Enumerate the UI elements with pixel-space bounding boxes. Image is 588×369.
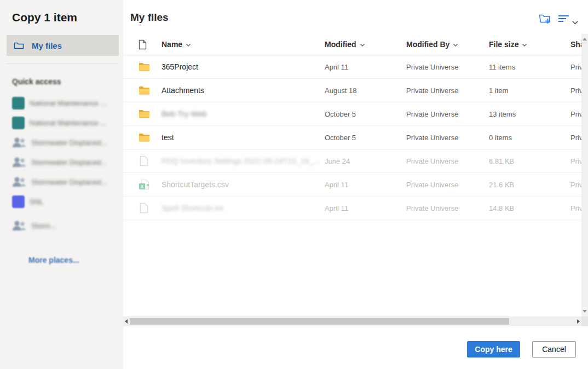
folder-icon (139, 62, 150, 72)
column-header[interactable]: Modified By (406, 40, 458, 49)
scroll-left-arrow-icon[interactable] (125, 319, 128, 324)
column-label: Modified By (406, 40, 449, 49)
item-sharing: Private (570, 110, 581, 118)
table-row: a X Spell Shortcuts.txt April 11 Private… (123, 197, 581, 220)
item-modified-by: Private Universe (406, 157, 458, 165)
chevron-down-icon[interactable] (572, 17, 578, 27)
column-header[interactable]: Sharing (570, 40, 581, 49)
item-modified-by: Private Universe (406, 63, 458, 71)
item-size: 21.6 KB (489, 181, 514, 189)
scroll-down-arrow-icon[interactable] (583, 310, 587, 313)
site-tile-icon (12, 97, 25, 109)
copy-item-dialog: Copy 1 item My files Quick access Nation… (0, 0, 588, 369)
item-type-icon: a X (138, 133, 150, 142)
new-folder-icon[interactable] (539, 13, 551, 26)
vertical-scrollbar[interactable] (581, 34, 588, 316)
column-label: Sharing (570, 40, 581, 49)
document-type-column-icon (139, 39, 147, 52)
column-label: File size (489, 40, 518, 49)
people-group-icon (12, 156, 26, 168)
current-folder-title: My files (130, 11, 169, 24)
folder-icon (139, 109, 150, 119)
sort-view-icon[interactable] (558, 15, 569, 25)
folder-outline-icon (14, 41, 24, 50)
table-row: a X ShortcutTargets.csv April 11 Private… (123, 173, 581, 197)
quick-access-item[interactable]: SNL (0, 192, 123, 211)
copy-here-button[interactable]: Copy here (467, 341, 520, 358)
table-row: a X PDQ Inventory Settings 2022-06-24T15… (123, 149, 581, 173)
sidebar: Copy 1 item My files Quick access Nation… (0, 0, 123, 369)
item-sharing: Private (570, 204, 581, 212)
item-size: 14.8 KB (489, 204, 514, 212)
item-size: 6.81 KB (489, 157, 514, 165)
item-modified: August 18 (325, 87, 357, 95)
item-size: 0 items (489, 134, 512, 142)
quick-access-item[interactable]: Stormwater Displaced... (0, 132, 123, 152)
quick-access-item-label: National Maintenance ... (30, 119, 106, 127)
main-panel: My files (123, 0, 588, 369)
item-modified-by: Private Universe (406, 87, 458, 95)
column-label: Name (162, 40, 182, 49)
item-modified: June 24 (325, 157, 350, 165)
quick-access-item-label: Storm... (31, 222, 56, 230)
csv-file-icon: a X (139, 179, 149, 190)
quick-access-item-label: Stormwater Displaced... (31, 178, 107, 186)
quick-access-item[interactable]: National Maintenance ... (0, 93, 123, 113)
svg-text:X: X (140, 184, 143, 189)
quick-access-item[interactable]: National Maintenance ... (0, 113, 123, 132)
quick-access-item[interactable]: Stormwater Displaced... (0, 172, 123, 192)
column-label: Modified (325, 40, 356, 49)
column-header[interactable]: Modified (325, 40, 365, 49)
item-type-icon: a X (138, 86, 150, 95)
table-row[interactable]: a X Beb-Try-Web October 5 Private Univer… (123, 102, 581, 126)
sidebar-item-label: My files (32, 41, 62, 50)
people-group-icon (12, 220, 26, 232)
item-type-icon: a X (138, 62, 150, 72)
more-places-link[interactable]: More places... (28, 256, 79, 264)
item-size: 1 item (489, 87, 508, 95)
quick-access-item-label: Stormwater Displaced... (31, 139, 107, 147)
item-modified: October 5 (325, 134, 356, 142)
item-name: PDQ Inventory Settings 2022-06-24T15_19_… (162, 157, 320, 165)
quick-access-heading: Quick access (12, 77, 61, 86)
table-body: a X 365Project April 11 Private Universe… (123, 55, 581, 220)
table-row[interactable]: a X Attachments August 18 Private Univer… (123, 79, 581, 102)
sidebar-item-my-files[interactable]: My files (7, 35, 119, 56)
generic-file-icon (140, 155, 148, 166)
dialog-title: Copy 1 item (12, 11, 77, 24)
item-name: Attachments (162, 86, 204, 95)
item-sharing: Private (570, 134, 581, 142)
item-name: ShortcutTargets.csv (162, 180, 229, 189)
horizontal-scrollbar-thumb[interactable] (130, 318, 509, 325)
item-modified-by: Private Universe (406, 134, 458, 142)
quick-access-item-label: Stormwater Displaced... (31, 158, 107, 166)
folder-icon (139, 133, 150, 142)
quick-access-item[interactable]: Stormwater Displaced... (0, 152, 123, 172)
scroll-up-arrow-icon[interactable] (583, 38, 587, 41)
column-header[interactable]: File size (489, 40, 527, 49)
file-list-region: NameModifiedModified ByFile sizeSharing … (123, 34, 581, 316)
item-sharing: Private (570, 87, 581, 95)
table-row[interactable]: a X test October 5 Private Universe 0 it… (123, 126, 581, 149)
scroll-right-arrow-icon[interactable] (577, 319, 580, 324)
horizontal-scrollbar[interactable] (123, 316, 581, 326)
item-name: test (162, 133, 174, 142)
item-modified: April 11 (325, 63, 348, 71)
item-sharing: Private (570, 157, 581, 165)
people-group-icon (12, 176, 26, 188)
people-group-icon (12, 136, 26, 148)
quick-access-item[interactable]: Storm... (0, 216, 123, 235)
quick-access-list: National Maintenance ... National Mainte… (0, 93, 123, 235)
quick-access-item-label: SNL (30, 198, 43, 206)
table-row[interactable]: a X 365Project April 11 Private Universe… (123, 55, 581, 79)
column-header[interactable]: Name (162, 40, 191, 49)
item-type-icon: a X (138, 179, 150, 190)
sidebar-divider (7, 64, 119, 64)
cancel-button[interactable]: Cancel (532, 341, 576, 358)
item-modified-by: Private Universe (406, 181, 458, 189)
item-name: 365Project (162, 62, 198, 71)
table-header-row: NameModifiedModified ByFile sizeSharing (123, 34, 581, 55)
item-size: 11 items (489, 63, 515, 71)
item-sharing: Private (570, 181, 581, 189)
item-modified-by: Private Universe (406, 204, 458, 212)
